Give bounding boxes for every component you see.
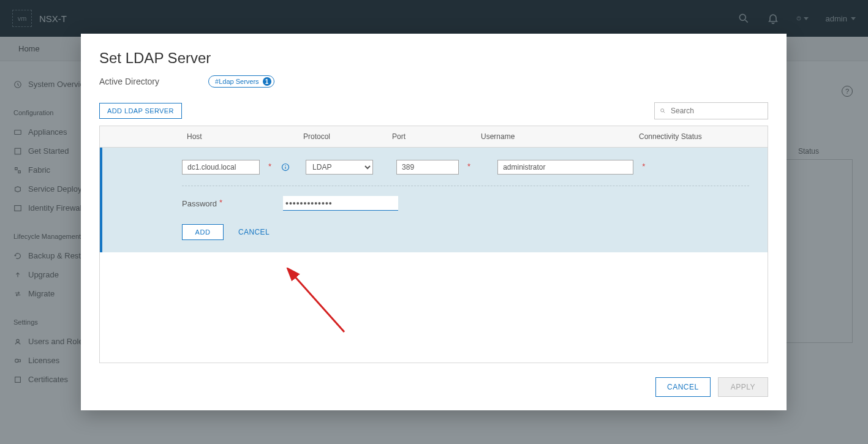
col-connectivity: Connectivity Status xyxy=(632,126,768,147)
modal-title: Set LDAP Server xyxy=(99,50,768,67)
password-label: Password* xyxy=(182,199,277,208)
svg-line-12 xyxy=(663,111,665,113)
cancel-row-button[interactable]: CANCEL xyxy=(238,228,270,236)
add-ldap-server-button[interactable]: ADD LDAP SERVER xyxy=(99,103,182,119)
col-username: Username xyxy=(474,126,632,147)
required-indicator: * xyxy=(642,162,645,171)
info-icon[interactable] xyxy=(281,163,290,171)
chip-label: #Ldap Servers xyxy=(215,78,259,85)
col-protocol: Protocol xyxy=(296,126,385,147)
grid-header: Host Protocol Port Username Connectivity… xyxy=(100,126,768,148)
protocol-select[interactable]: LDAP xyxy=(306,160,373,175)
col-port: Port xyxy=(385,126,474,147)
svg-point-11 xyxy=(661,109,664,112)
username-input[interactable] xyxy=(497,160,633,175)
search-field[interactable] xyxy=(654,102,768,119)
ldap-server-edit-row: * LDAP * * xyxy=(100,148,768,252)
chip-count: 1 xyxy=(263,77,271,86)
set-ldap-server-modal: Set LDAP Server Active Directory #Ldap S… xyxy=(81,34,787,410)
separator xyxy=(182,186,749,186)
modal-footer: CANCEL APPLY xyxy=(99,371,768,399)
svg-point-15 xyxy=(285,165,285,166)
modal-subtitle: Active Directory xyxy=(99,77,159,86)
required-indicator: * xyxy=(268,162,271,171)
search-icon xyxy=(660,107,666,115)
ldap-servers-chip[interactable]: #Ldap Servers 1 xyxy=(208,75,274,88)
modal-overlay: Set LDAP Server Active Directory #Ldap S… xyxy=(0,0,868,444)
port-input[interactable] xyxy=(396,160,459,175)
col-host: Host xyxy=(179,126,296,147)
modal-apply-button: APPLY xyxy=(718,377,768,397)
required-indicator: * xyxy=(467,162,470,171)
host-input[interactable] xyxy=(182,160,260,175)
password-input[interactable] xyxy=(283,196,398,211)
grid-empty-space xyxy=(100,252,768,363)
ldap-servers-grid: Host Protocol Port Username Connectivity… xyxy=(99,126,768,363)
search-input[interactable] xyxy=(671,107,763,115)
add-button[interactable]: ADD xyxy=(182,224,224,240)
modal-cancel-button[interactable]: CANCEL xyxy=(655,377,711,397)
